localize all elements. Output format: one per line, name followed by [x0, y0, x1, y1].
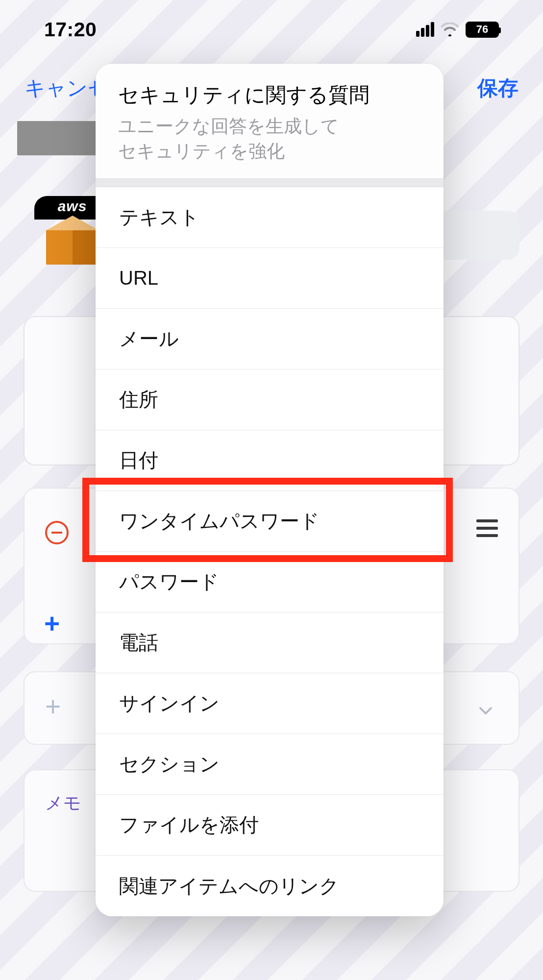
sheet-item-signin[interactable]: サインイン	[96, 673, 444, 734]
sheet-item-email[interactable]: メール	[96, 309, 444, 369]
sheet-header-subtitle: ユニークな回答を生成して セキュリティを強化	[118, 114, 421, 164]
sheet-item-otp[interactable]: ワンタイムパスワード	[96, 491, 444, 552]
sheet-item-section[interactable]: セクション	[96, 734, 444, 795]
status-bar: 17:20 76	[0, 0, 543, 59]
sheet-item-date[interactable]: 日付	[96, 430, 444, 491]
memo-label: メモ	[45, 791, 81, 815]
sheet-header[interactable]: セキュリティに関する質問 ユニークな回答を生成して セキュリティを強化	[96, 64, 444, 178]
field-type-sheet: セキュリティに関する質問 ユニークな回答を生成して セキュリティを強化 テキスト…	[96, 64, 444, 916]
wifi-icon	[441, 23, 459, 36]
sheet-separator	[96, 178, 444, 187]
chevron-down-icon[interactable]	[478, 703, 493, 718]
sheet-item-related-link[interactable]: 関連アイテムへのリンク	[96, 856, 444, 916]
drag-handle-icon[interactable]	[476, 519, 498, 537]
status-icons: 76	[416, 22, 499, 38]
status-time: 17:20	[44, 18, 97, 41]
sheet-header-title: セキュリティに関する質問	[118, 81, 421, 109]
sheet-item-attach-file[interactable]: ファイルを添付	[96, 795, 444, 856]
sheet-item-password[interactable]: パスワード	[96, 552, 444, 612]
sheet-item-text[interactable]: テキスト	[96, 187, 444, 248]
sheet-item-url[interactable]: URL	[96, 248, 444, 309]
sheet-item-address[interactable]: 住所	[96, 369, 444, 430]
battery-level: 76	[476, 23, 488, 36]
sheet-item-phone[interactable]: 電話	[96, 612, 444, 673]
save-button[interactable]: 保存	[477, 74, 518, 102]
aws-cube-icon	[46, 216, 99, 265]
battery-icon: 76	[466, 22, 499, 38]
remove-field-icon[interactable]	[45, 521, 69, 544]
add-field-icon[interactable]: +	[44, 610, 60, 637]
cellular-signal-icon	[416, 22, 434, 37]
add-section-icon[interactable]: +	[45, 693, 61, 720]
